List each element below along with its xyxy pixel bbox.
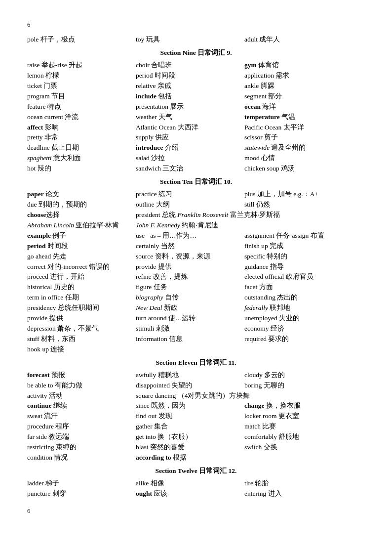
- s10-r1: paper 论文 practice 练习 plus 加上，加号 e.g.：A+: [27, 189, 365, 200]
- intro-col1: pole 杆子，极点: [27, 35, 136, 45]
- page-number-top: 6: [27, 20, 365, 30]
- s9-r5: feature 特点 presentation 展示 ocean 海洋: [27, 102, 365, 112]
- section11: Section Eleven 日常词汇 11. forecast 预报 awfu…: [27, 358, 365, 463]
- intro-col3: adult 成年人: [244, 35, 353, 45]
- s12-r2: puncture 刺穿 ought 应该 entering 进入: [27, 489, 365, 499]
- intro-section: pole 杆子，极点 toy 玩具 adult 成年人: [27, 35, 365, 45]
- s10-r6: go ahead 先走 source 资料，资源，来源 specific 特别的: [27, 252, 365, 262]
- s10-r11: presidency 总统任职期间 New Deal 新政 federally …: [27, 303, 365, 313]
- s9-r2: lemon 柠檬 period 时间段 application 需求: [27, 71, 365, 81]
- s10-r3b: Abraham Lincoln 亚伯拉罕·林肯 John F. Kennedy …: [27, 220, 365, 231]
- section12: Section Twelve 日常词汇 12. ladder 梯子 alike …: [27, 466, 365, 499]
- s10-r4: example 例子 use - as – 用…作为… assignment 任…: [27, 231, 365, 241]
- s11-r4: continue 继续 since 既然，因为 change 换，换衣服: [27, 401, 365, 411]
- section11-header: Section Eleven 日常词汇 11.: [27, 358, 365, 368]
- s10-r13: depression 萧条，不景气 stimuli 刺激 economy 经济: [27, 324, 365, 334]
- s10-r2: due 到期的，预期的 outline 大纲 still 仍然: [27, 200, 365, 210]
- section10: Section Ten 日常词汇 10. paper 论文 practice 练…: [27, 177, 365, 355]
- s11-r6: procedure 程序 gather 集合 match 比赛: [27, 422, 365, 432]
- s9-r11: hot 辣的 sandwich 三文治 chicken soup 鸡汤: [27, 164, 365, 174]
- s10-r9: historical 历史的 figure 任务 facet 方面: [27, 282, 365, 293]
- s10-r5: period 时间段 certainly 当然 finish up 完成: [27, 241, 365, 252]
- s10-r7: correct 对的-incorrect 错误的 provide 提供 guid…: [27, 262, 365, 272]
- s11-r3: activity 活动 square dancing （4对男女跳的）方块舞: [27, 391, 365, 401]
- section9: Section Nine 日常词汇 9. raise 举起-rise 升起 ch…: [27, 48, 365, 174]
- section10-header: Section Ten 日常词汇 10.: [27, 177, 365, 187]
- page-number-bottom: 6: [27, 506, 365, 516]
- s10-r8: proceed 进行，开始 refine 改善，提炼 elected offic…: [27, 272, 365, 282]
- s12-r1: ladder 梯子 alike 相像 tire 轮胎: [27, 478, 365, 489]
- page-container: 6 pole 杆子，极点 toy 玩具 adult 成年人 Section Ni…: [27, 20, 365, 516]
- s9-r7: affect 影响 Atlantic Ocean 大西洋 Pacific Oce…: [27, 123, 365, 133]
- s9-r4: program 节目 include 包括 segment 部分: [27, 91, 365, 102]
- s11-r1: forecast 预报 awfully 糟糕地 cloudy 多云的: [27, 370, 365, 381]
- s9-r8: pretty 非常 supply 供应 scissor 剪子: [27, 132, 365, 143]
- s11-r7: far side 教远端 get into 换（衣服） comfortably …: [27, 432, 365, 442]
- s9-r6: ocean current 洋流 weather 天气 temperature …: [27, 112, 365, 123]
- s9-r10: spaghetti 意大利面 salad 沙拉 mood 心情: [27, 153, 365, 164]
- s9-r9: deadline 截止日期 introduce 介绍 statewide 遍及全…: [27, 143, 365, 153]
- s9-r1: raise 举起-rise 升起 choir 合唱班 gym 体育馆: [27, 60, 365, 71]
- section12-header: Section Twelve 日常词汇 12.: [27, 466, 365, 476]
- s10-r12: provide 提供 turn around 使…运转 unemployed 失…: [27, 313, 365, 324]
- intro-row: pole 杆子，极点 toy 玩具 adult 成年人: [27, 35, 365, 45]
- s11-r5: sweat 流汗 find out 发现 locker room 更衣室: [27, 411, 365, 422]
- s10-r14: stuff 材料，东西 information 信息 required 要求的: [27, 334, 365, 344]
- s11-r2: be able to 有能力做 disappointed 失望的 boring …: [27, 381, 365, 391]
- s11-r8: restricting 束缚的 blast 突然的喜爱 switch 交换: [27, 442, 365, 453]
- s10-r15: hook up 连接: [27, 344, 365, 355]
- s10-r10: term in office 任期 biography 自传 outstandi…: [27, 293, 365, 303]
- s11-r9: condition 情况 according to 根据: [27, 453, 365, 463]
- s10-r3: choose选择 president 总统 Franklin Roosevelt…: [27, 210, 365, 220]
- intro-col2: toy 玩具: [136, 35, 244, 45]
- section9-header: Section Nine 日常词汇 9.: [27, 48, 365, 58]
- s9-r3: ticket 门票 relative 亲戚 ankle 脚踝: [27, 81, 365, 91]
